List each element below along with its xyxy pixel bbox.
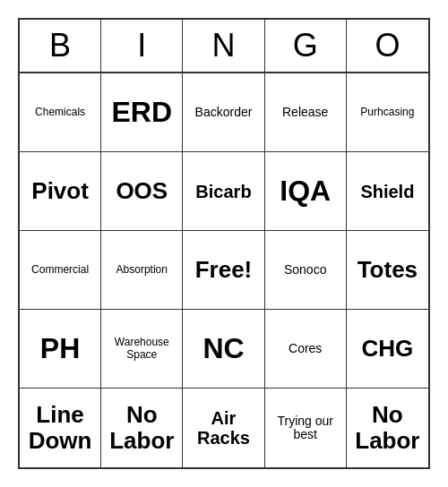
cell-text: CHG: [362, 336, 414, 362]
cell-text: Bicarb: [195, 182, 251, 201]
header-letter: I: [101, 20, 183, 72]
cell-text: Cores: [289, 342, 322, 355]
cell-text: OOS: [116, 178, 168, 204]
bingo-cell: Purhcasing: [347, 73, 428, 152]
cell-text: Pivot: [31, 178, 89, 204]
bingo-cell: Absorption: [101, 231, 183, 310]
cell-text: Trying our best: [269, 414, 342, 442]
bingo-cell: Cores: [265, 310, 347, 389]
bingo-cell: Sonoco: [265, 231, 347, 310]
bingo-cell: Trying our best: [265, 389, 347, 467]
bingo-cell: Free!: [183, 231, 264, 310]
cell-text: Warehouse Space: [105, 337, 178, 360]
bingo-cell: Pivot: [20, 152, 101, 231]
cell-text: Air Racks: [186, 408, 260, 448]
cell-text: Commercial: [31, 264, 89, 276]
bingo-cell: Line Down: [20, 389, 101, 467]
header-letter: O: [347, 20, 428, 72]
cell-text: Shield: [360, 182, 414, 201]
bingo-cell: Air Racks: [183, 389, 264, 467]
cell-text: Release: [282, 106, 328, 119]
header-letter: G: [265, 20, 347, 72]
bingo-cell: IQA: [265, 152, 347, 231]
bingo-cell: NC: [183, 310, 264, 389]
cell-text: No Labor: [350, 402, 425, 453]
bingo-card: BINGO ChemicalsERDBackorderReleasePurhca…: [18, 18, 430, 469]
cell-text: Absorption: [116, 264, 168, 276]
bingo-cell: No Labor: [347, 389, 428, 467]
bingo-cell: Backorder: [183, 73, 264, 152]
bingo-grid: ChemicalsERDBackorderReleasePurhcasingPi…: [20, 73, 428, 467]
bingo-cell: Totes: [347, 231, 428, 310]
cell-text: No Labor: [105, 402, 178, 453]
cell-text: Totes: [358, 257, 418, 283]
bingo-cell: OOS: [101, 152, 183, 231]
bingo-cell: ERD: [101, 73, 183, 152]
cell-text: Backorder: [195, 106, 253, 119]
cell-text: IQA: [280, 175, 331, 207]
header-letter: B: [20, 20, 101, 72]
bingo-cell: CHG: [347, 310, 428, 389]
bingo-header: BINGO: [20, 20, 428, 73]
cell-text: Free!: [195, 257, 253, 283]
bingo-cell: Bicarb: [183, 152, 264, 231]
bingo-cell: Chemicals: [20, 73, 101, 152]
cell-text: Purhcasing: [360, 107, 414, 118]
cell-text: Chemicals: [35, 107, 85, 118]
bingo-cell: Commercial: [20, 231, 101, 310]
bingo-cell: No Labor: [101, 389, 183, 467]
bingo-cell: PH: [20, 310, 101, 389]
header-letter: N: [183, 20, 264, 72]
cell-text: NC: [202, 333, 244, 364]
cell-text: Line Down: [23, 402, 97, 453]
bingo-cell: Warehouse Space: [101, 310, 183, 389]
cell-text: ERD: [112, 97, 173, 128]
cell-text: PH: [40, 333, 80, 364]
cell-text: Sonoco: [284, 263, 326, 277]
bingo-cell: Release: [265, 73, 347, 152]
bingo-cell: Shield: [347, 152, 428, 231]
